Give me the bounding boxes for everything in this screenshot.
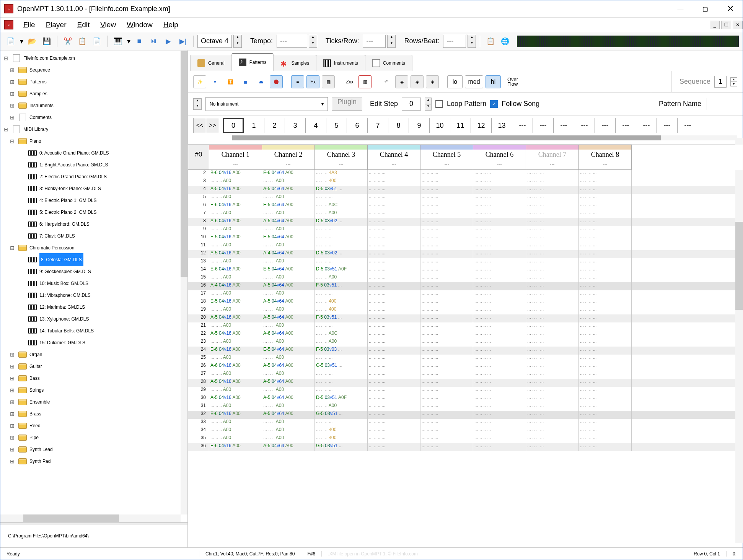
tree-item[interactable]: ⊞Strings — [3, 384, 185, 396]
copy-button[interactable]: 📋 — [76, 35, 89, 48]
cleanup3-button[interactable]: ◈ — [426, 75, 439, 88]
pattern-row[interactable]: 31 ... .. .. A00 ... .. .. A00 ... .. ..… — [188, 403, 743, 411]
tree-item[interactable]: 12: Marimba: GM.DLS — [3, 301, 185, 313]
ticks-spin[interactable]: ▲▼ — [387, 35, 396, 48]
order-cell[interactable]: --- — [512, 118, 533, 133]
tree-item[interactable]: 13: Xylophone: GM.DLS — [3, 313, 185, 325]
play-row2-button[interactable]: ⏬ — [224, 75, 237, 88]
mdi-close[interactable]: ✕ — [733, 21, 743, 29]
pattern-row[interactable]: 4 A-5 04v16 A00 A-5 04v64 A00 D-5 03v51 … — [188, 186, 743, 194]
detail-hi[interactable]: hi — [486, 75, 501, 88]
open-button[interactable]: 📂 — [26, 35, 39, 48]
channel-header[interactable]: Channel 1--- — [209, 145, 262, 170]
tree-vscroll[interactable] — [181, 50, 187, 514]
channel-header[interactable]: Channel 8--- — [579, 145, 632, 170]
stop-pattern-button[interactable]: ◼ — [239, 75, 252, 88]
tree-item[interactable]: ⊞Synth Pad — [3, 455, 185, 467]
pattern-row[interactable]: 25 ... .. .. A00 ... .. .. A00 ... .. ..… — [188, 355, 743, 363]
pattern-row[interactable]: 28 A-5 04v16 A00 A-5 04v64 A00 ... .. ..… — [188, 379, 743, 387]
tree-item[interactable]: ⊟FileInfo.com Example.xm — [3, 52, 185, 64]
tree-item[interactable]: ⊞Patterns — [3, 76, 185, 88]
order-scrollbar[interactable] — [232, 135, 737, 140]
follow-checkbox[interactable]: ✓ — [490, 100, 498, 108]
pattern-row[interactable]: 14 E-6 04v16 A00 E-5 04v64 A00 D-5 03v51… — [188, 266, 743, 274]
pattern-row[interactable]: 32 E-6 04v16 A00 A-5 04v64 A00 G-5 03v51… — [188, 411, 743, 419]
save-button[interactable]: 💾 — [40, 35, 53, 48]
channel-header[interactable]: Channel 7--- — [526, 145, 579, 170]
new-dropdown[interactable]: ▾ — [19, 35, 24, 48]
play-cursor-button[interactable]: ⏏ — [254, 75, 267, 88]
tempo-spin[interactable]: ▲▼ — [309, 35, 317, 48]
mdi-restore[interactable]: ❐ — [721, 21, 731, 29]
order-cell[interactable]: --- — [574, 118, 595, 133]
tree-item[interactable]: ⊟Piano — [3, 135, 185, 147]
loop-checkbox[interactable] — [435, 100, 443, 108]
order-cell[interactable]: 1 — [244, 118, 264, 133]
order-prev[interactable]: << — [193, 118, 206, 133]
pattern-row[interactable]: 10 E-5 04v16 A00 E-5 04v64 A00 ... .. ..… — [188, 234, 743, 242]
panic-button[interactable]: 🌐 — [499, 35, 512, 48]
pattern-row[interactable]: 34 ... .. .. A00 ... .. .. A00 ... .. ..… — [188, 427, 743, 435]
play-pause-icon[interactable]: ⏯ — [147, 35, 160, 48]
tree-item[interactable]: 3: Honky-tonk Piano: GM.DLS — [3, 182, 185, 194]
tree-item[interactable]: 0: Acoustic Grand Piano: GM.DLS — [3, 147, 185, 159]
pattern-row[interactable]: 19 ... .. .. A00 ... .. .. A00 ... .. ..… — [188, 306, 743, 314]
pattern-row[interactable]: 23 ... .. .. A00 ... .. .. A00 ... .. ..… — [188, 339, 743, 347]
close-button[interactable]: ✕ — [718, 0, 743, 18]
tree-item[interactable]: ⊞Instruments — [3, 99, 185, 111]
overflow-toggle[interactable]: Over Flow — [503, 75, 522, 88]
octave-combo[interactable]: Octave 4 — [197, 35, 232, 48]
pattern-row[interactable]: 20 A-5 04v16 A00 A-5 04v64 A00 F-5 03v51… — [188, 314, 743, 322]
pattern-row[interactable]: 12 A-5 04v16 A00 A-4 04v64 A00 D-5 03v02… — [188, 250, 743, 258]
detail-lo[interactable]: lo — [447, 75, 463, 88]
tab-instruments[interactable]: Instruments — [316, 55, 365, 71]
record-button[interactable] — [270, 75, 283, 88]
tree-item[interactable]: ⊞Organ — [3, 348, 185, 360]
tree-item[interactable]: ⊞Synth Lead — [3, 443, 185, 455]
undo-button[interactable]: ↶ — [380, 75, 393, 88]
cut-button[interactable]: ✂️ — [61, 35, 74, 48]
menu-window[interactable]: Window — [121, 19, 158, 31]
cleanup1-button[interactable]: ◈ — [395, 75, 408, 88]
tree-item[interactable]: ⊞Bass — [3, 372, 185, 384]
play-next-icon[interactable]: ▶| — [176, 35, 189, 48]
pattern-row[interactable]: 29 ... .. .. A00 ... .. .. A00 ... .. ..… — [188, 387, 743, 395]
rows-spin[interactable]: ▲▼ — [468, 35, 476, 48]
new-pattern-button[interactable]: ✨ — [193, 75, 206, 88]
tree-item[interactable]: ⊞Reed — [3, 420, 185, 431]
chn-mgr-button[interactable]: ▦ — [322, 75, 335, 88]
order-cell[interactable]: 8 — [388, 118, 409, 133]
pattern-row[interactable]: 6 E-6 04v16 A00 E-5 04v64 A00 ... .. .. … — [188, 202, 743, 210]
order-cell[interactable]: 2 — [264, 118, 285, 133]
order-cell[interactable]: 5 — [326, 118, 347, 133]
tempo-value[interactable]: --- — [277, 35, 307, 48]
tree-item[interactable]: ⊞Pipe — [3, 431, 185, 443]
order-cell[interactable]: --- — [657, 118, 678, 133]
tab-comments[interactable]: Comments — [365, 55, 412, 71]
tree-item[interactable]: 8: Celesta: GM.DLS — [3, 254, 185, 265]
pattern-row[interactable]: 13 ... .. .. A00 ... .. .. A00 ... .. ..… — [188, 258, 743, 266]
zxx-button[interactable]: Zxx — [343, 75, 356, 88]
pattern-editor[interactable]: #0 Channel 1--- Channel 2--- Channel 3--… — [188, 145, 743, 547]
setup-button[interactable]: 📋 — [484, 35, 497, 48]
order-cell[interactable]: 0 — [223, 118, 244, 133]
tree-item[interactable]: 6: Harpsichord: GM.DLS — [3, 218, 185, 230]
tree-item[interactable]: ⊞Samples — [3, 88, 185, 99]
menu-player[interactable]: Player — [41, 19, 72, 31]
play-row-button[interactable]: ▼ — [209, 75, 222, 88]
pattern-row[interactable]: 5 ... .. .. A00 ... .. .. A00 ... .. .. … — [188, 194, 743, 202]
cleanup2-button[interactable]: ◈ — [411, 75, 424, 88]
pattern-row[interactable]: 18 E-5 04v16 A00 A-5 04v64 A00 ... .. ..… — [188, 298, 743, 306]
pattern-name-input[interactable] — [707, 98, 737, 110]
tree-view[interactable]: ⊟FileInfo.com Example.xm ⊞Sequence ⊞Patt… — [0, 50, 187, 522]
tree-item[interactable]: ⊞Guitar — [3, 360, 185, 372]
tree-hscroll[interactable] — [0, 514, 181, 522]
pattern-row[interactable]: 21 ... .. .. A00 ... .. .. A00 ... .. ..… — [188, 322, 743, 330]
pattern-row[interactable]: 16 A-4 04v16 A00 A-5 04v64 A00 F-5 03v51… — [188, 282, 743, 290]
pattern-row[interactable]: 17 ... .. .. A00 ... .. .. A00 ... .. ..… — [188, 290, 743, 298]
menu-view[interactable]: View — [95, 19, 121, 31]
stop-icon[interactable]: ■ — [133, 35, 146, 48]
instrument-combo[interactable]: No Instrument▾ — [205, 97, 328, 111]
channel-header[interactable]: Channel 5--- — [420, 145, 473, 170]
pattern-row[interactable]: 2 B-6 04v16 A00 E-6 04v64 A00 ... .. .. … — [188, 170, 743, 178]
